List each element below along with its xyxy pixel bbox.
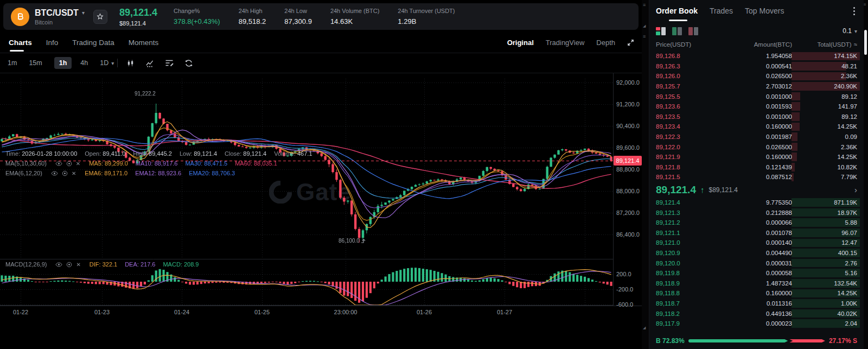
fullscreen-icon[interactable] [627,39,634,46]
timeframe-4h[interactable]: 4h [80,59,88,67]
ask-row[interactable]: 89,123.60.001593141.97 [656,101,857,112]
view-original[interactable]: Original [507,39,534,47]
symbol-name: BTC/USDT [35,8,79,18]
line-chart-icon[interactable] [145,59,154,67]
settings-target-icon[interactable] [66,262,72,268]
resize-handle-icon[interactable]: ◢ [643,326,646,330]
menu-icon[interactable]: ≡ [864,2,866,7]
cell: 10.82K [792,164,857,170]
ask-row[interactable]: 89,126.00.0265002.36K [656,71,857,81]
ema-legend: EMA(6,12,20)✕EMA6: 89,171.0EMA12: 88,923… [5,170,235,176]
mid-price-row[interactable]: 89,121.4 ↑ $89,121.4 › [649,182,864,198]
ask-row[interactable]: 89,121.90.16000014.25K [656,152,857,162]
book-mode-bids-icon[interactable] [672,27,682,35]
cell: 89,121.0 [656,239,716,246]
bid-row[interactable]: 89,119.80.0000585.16 [656,268,857,278]
symbol-selector[interactable]: BTC/USDT ▾ Bitcoin [35,8,85,26]
cell: 0.449136 [716,310,792,317]
ask-row[interactable]: 89,121.80.12143910.82K [656,162,857,173]
bid-row[interactable]: 89,121.00.00014012.47 [656,238,857,248]
ask-row[interactable]: 89,122.00.0265002.36K [656,142,857,152]
cell: 14.25K [792,290,857,296]
ask-row[interactable]: 89,123.40.16000014.25K [656,122,857,132]
timeframe-1m[interactable]: 1m [8,59,17,67]
view-tradingview[interactable]: TradingView [546,39,585,47]
cell: 12.47 [792,239,857,246]
bid-row[interactable]: 89,121.30.21288818.97K [656,207,857,218]
ask-row[interactable]: 89,126.81.954058174.15K [656,51,857,61]
settings-target-icon[interactable] [66,161,72,167]
mid-price: 89,121.4 [656,184,696,196]
eye-icon[interactable] [55,262,62,267]
symbol-header: BTC/USDT ▾ Bitcoin 89,121.4 $89,121.4 Ch… [3,3,639,30]
unit-toggle-icon[interactable]: ≈ [854,41,857,48]
cell: 89,121.4 [656,199,716,206]
bid-row[interactable]: 89,118.80.16000014.25K [656,288,857,299]
book-mode-asks-icon[interactable] [688,27,698,35]
book-mode-both-icon[interactable] [656,27,666,35]
more-options-icon[interactable] [851,5,857,17]
bid-row[interactable]: 89,121.20.0000665.88 [656,218,857,228]
scrollbar-thumb[interactable] [864,30,867,55]
close-icon[interactable]: ✕ [76,161,80,167]
menu-icon[interactable]: ≡ [643,34,646,39]
bid-row[interactable]: 89,121.10.00107896.07 [656,228,857,238]
tab-charts[interactable]: Charts [9,33,32,53]
bid-row[interactable]: 89,118.70.0113161.00K [656,299,857,309]
chevron-right-icon[interactable]: › [854,185,857,194]
price-block: 89,121.4 $89,121.4 [119,7,157,27]
sell-ratio-bar [789,339,825,342]
price-chart-canvas[interactable] [0,73,613,306]
menu-icon[interactable]: ≡ [643,2,646,8]
cell: 0.001593 [716,103,792,110]
close-icon[interactable]: ✕ [72,170,76,176]
bid-row[interactable]: 89,120.90.004490400.15 [656,248,857,258]
precision-selector[interactable]: 0.1 ▾ [843,27,857,35]
btc-logo-icon [11,8,29,26]
bid-row[interactable]: 89,117.90.0000232.04 [656,319,857,329]
bid-row[interactable]: 89,118.20.44913640.02K [656,308,857,319]
bid-row[interactable]: 89,121.49.775350871.19K [656,198,857,208]
ask-row[interactable]: 89,126.30.00054148.21 [656,61,857,72]
cell: 5.16 [792,270,857,276]
cell: 89.12 [792,93,857,100]
tab-trading-data[interactable]: Trading Data [72,33,114,53]
cell: 89,119.8 [656,270,716,276]
settings-target-icon[interactable] [62,170,68,176]
cell: 2.36K [792,73,857,79]
candlestick-chart-icon[interactable] [126,59,135,67]
indicator-value: DEA: 217.6 [125,261,155,268]
ask-row[interactable]: 89,121.50.0875127.79K [656,172,857,182]
close-icon[interactable]: ✕ [76,262,80,268]
cell: 89,126.8 [656,53,716,59]
compare-refresh-icon[interactable] [184,59,193,67]
eye-icon[interactable] [51,171,58,176]
tab-top-movers[interactable]: Top Movers [745,0,784,22]
cell: 0.160000 [716,154,792,160]
ask-row[interactable]: 89,125.72.703012240.90K [656,81,857,92]
timeframe-15m[interactable]: 15m [29,59,42,67]
timeframe-1d-dropdown[interactable]: 1D ▾ [100,59,114,67]
timeframe-1h[interactable]: 1h [54,57,72,69]
cell: 89,121.1 [656,230,716,236]
cell: 2.703012 [716,83,792,90]
view-depth[interactable]: Depth [596,39,615,47]
ask-row[interactable]: 89,123.50.00100089.12 [656,112,857,122]
eye-icon[interactable] [55,161,62,166]
ask-row[interactable]: 89,122.30.0019870.09 [656,132,857,142]
cell: 400.15 [792,250,857,256]
ask-row[interactable]: 89,125.50.00100089.12 [656,91,857,101]
resize-handle-icon[interactable]: ◢ [643,24,646,28]
macd-legend: MACD(12,26,9)✕DIF: 322.1DEA: 217.6MACD: … [5,261,199,268]
indicators-icon[interactable] [165,59,174,67]
favorite-button[interactable] [93,10,107,24]
cell: 89.12 [792,113,857,120]
tab-info[interactable]: Info [46,33,59,53]
tab-moments[interactable]: Moments [129,33,159,53]
tab-order-book[interactable]: Order Book [656,0,698,22]
bid-row[interactable]: 89,120.00.0000312.76 [656,258,857,268]
right-edge-strip: ≡ [864,0,868,349]
y-axis-label: 90,400.0 [616,123,640,129]
tab-trades[interactable]: Trades [710,0,733,22]
bid-row[interactable]: 89,118.91.487324132.54K [656,278,857,288]
